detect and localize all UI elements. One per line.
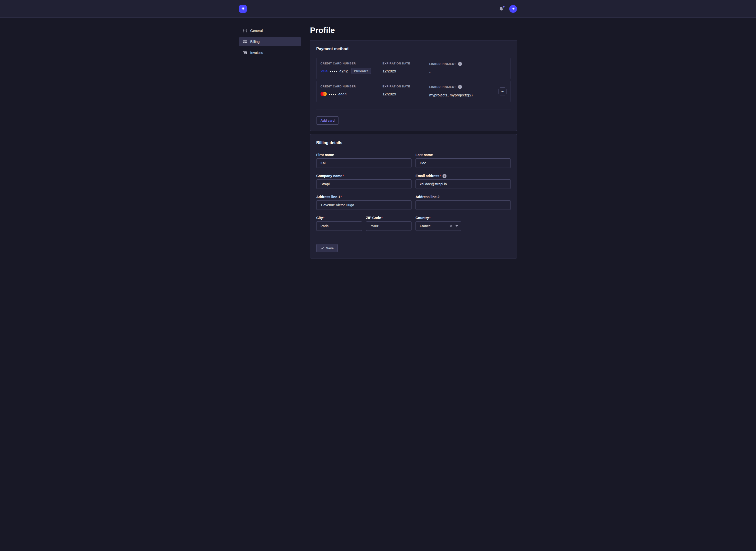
primary-badge: PRIMARY: [351, 68, 371, 74]
invoice-icon: $: [243, 51, 247, 55]
required-asterisk: *: [340, 195, 342, 199]
last-name-label: Last name: [416, 153, 433, 157]
first-name-field-group: First name: [316, 153, 412, 168]
credit-card-icon: [243, 40, 247, 44]
visa-logo: VISA: [320, 69, 327, 73]
ellipsis-icon: •••: [501, 90, 504, 93]
column-credit-card-number: CREDIT CARD NUMBER: [320, 62, 383, 65]
billing-details-card: Billing details First name Last name: [310, 134, 517, 258]
info-icon[interactable]: i: [458, 62, 462, 66]
divider: [316, 109, 511, 109]
form-grid-spacer: [465, 216, 511, 231]
payment-method-title: Payment method: [316, 46, 511, 51]
masked-digits: ••••: [329, 92, 337, 96]
country-select-value: France: [420, 224, 449, 228]
clear-selection-icon[interactable]: [449, 224, 453, 228]
chevron-down-icon[interactable]: [456, 225, 458, 227]
column-linked-project: LINKED PROJECT i: [429, 85, 497, 89]
card-last4: 4242: [339, 69, 348, 73]
strapi-logo[interactable]: [239, 5, 247, 13]
zip-code-field-group: ZIP Code *: [366, 216, 412, 231]
credit-card-row-visa: CREDIT CARD NUMBER VISA •••• 4242 PRIMAR…: [316, 58, 511, 79]
linked-project-value: myproject1, myproject2(2): [429, 92, 497, 98]
sidebar-item-label: Billing: [250, 40, 259, 44]
zip-code-input[interactable]: [366, 221, 412, 231]
column-linked-project: LINKED PROJECT i: [429, 62, 497, 66]
sidebar-item-invoices[interactable]: $ Invoices: [239, 48, 301, 57]
sidebar-item-general[interactable]: General: [239, 26, 301, 35]
strapi-logo-icon: [240, 6, 246, 11]
email-input[interactable]: [416, 179, 511, 189]
first-name-label: First name: [316, 153, 334, 157]
address-line-2-field-group: Address line 2: [416, 195, 511, 210]
required-asterisk: *: [323, 216, 324, 220]
address-line-1-label: Address line 1: [316, 195, 340, 199]
address-line-2-input[interactable]: [416, 200, 511, 210]
city-field-group: City *: [316, 216, 362, 231]
user-avatar[interactable]: [509, 5, 517, 13]
masked-digits: ••••: [330, 69, 338, 73]
payment-method-card: Payment method CREDIT CARD NUMBER VISA •…: [310, 40, 517, 131]
required-asterisk: *: [429, 216, 431, 220]
required-asterisk: *: [440, 174, 441, 178]
page-title: Profile: [310, 26, 517, 34]
country-field-group: Country * France: [416, 216, 461, 231]
card-last4: 4444: [338, 92, 346, 96]
country-select[interactable]: France: [416, 221, 461, 231]
company-name-input[interactable]: [316, 179, 412, 189]
column-credit-card-number: CREDIT CARD NUMBER: [320, 85, 383, 88]
save-button-label: Save: [326, 246, 333, 250]
sidebar-item-label: Invoices: [250, 51, 263, 55]
country-label: Country: [416, 216, 429, 220]
settings-sidebar: General Billing $ Invoices: [239, 25, 301, 268]
card-actions-menu-button[interactable]: •••: [499, 87, 506, 95]
last-name-input[interactable]: [416, 158, 511, 168]
column-expiration-date: EXPIRATION DATE: [383, 85, 429, 88]
email-label: Email address: [416, 174, 439, 178]
address-line-1-input[interactable]: [316, 200, 412, 210]
linked-project-value: -: [429, 69, 497, 75]
zip-code-label: ZIP Code: [366, 216, 381, 220]
info-icon[interactable]: i: [443, 174, 447, 178]
profile-main: Profile Payment method CREDIT CARD NUMBE…: [310, 25, 517, 268]
notification-badge-dot: [503, 6, 504, 7]
mastercard-logo: [320, 92, 327, 96]
required-asterisk: *: [342, 174, 344, 178]
sliders-icon: [243, 29, 247, 33]
notifications-bell-button[interactable]: [499, 6, 504, 11]
top-bar: [0, 0, 756, 18]
sidebar-item-label: General: [250, 29, 263, 33]
divider: [316, 238, 511, 238]
svg-text:$: $: [243, 51, 244, 53]
save-button[interactable]: Save: [316, 244, 338, 252]
city-label: City: [316, 216, 323, 220]
first-name-input[interactable]: [316, 158, 412, 168]
sidebar-item-billing[interactable]: Billing: [239, 37, 301, 46]
last-name-field-group: Last name: [416, 153, 511, 168]
column-expiration-date: EXPIRATION DATE: [383, 62, 429, 65]
company-name-label: Company name: [316, 174, 342, 178]
credit-card-row-mastercard: CREDIT CARD NUMBER •••• 4444 EXPIRATION …: [316, 81, 511, 102]
add-card-button[interactable]: Add card: [316, 116, 339, 125]
required-asterisk: *: [381, 216, 383, 220]
city-input[interactable]: [316, 221, 362, 231]
info-icon[interactable]: i: [458, 85, 462, 89]
expiration-value: 12/2029: [383, 91, 429, 97]
address-line-2-label: Address line 2: [416, 195, 440, 199]
avatar-strapi-icon: [511, 6, 515, 11]
expiration-value: 12/2029: [383, 68, 429, 74]
billing-details-title: Billing details: [316, 140, 511, 145]
billing-form: First name Last name Company name *: [316, 153, 511, 231]
address-line-1-field-group: Address line 1 *: [316, 195, 412, 210]
email-field-group: Email address * i: [416, 174, 511, 189]
company-name-field-group: Company name *: [316, 174, 412, 189]
checkmark-icon: [320, 246, 324, 250]
